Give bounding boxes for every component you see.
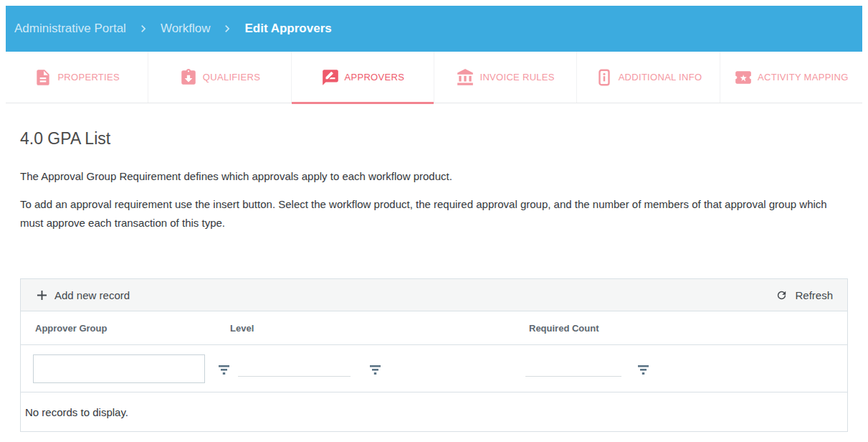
filter-input-approver-group[interactable] [33,354,205,383]
rate-review-icon [321,68,340,87]
grid-toolbar: Add new record Refresh [21,279,847,311]
refresh-button[interactable]: Refresh [776,289,833,301]
column-header-level[interactable]: Level [216,323,515,334]
column-header-approver-group[interactable]: Approver Group [21,323,216,334]
breadcrumb-item-administrative-portal[interactable]: Administrative Portal [14,22,126,36]
chevron-right-icon [220,22,234,36]
empty-state-message: No records to display. [21,392,847,431]
tab-qualifiers[interactable]: QUALIFIERS [148,52,290,103]
ticket-star-icon [734,68,753,87]
tab-label: PROPERTIES [57,72,120,83]
tab-strip: PROPERTIES QUALIFIERS APPROVERS INVOICE … [6,52,862,103]
filter-icon[interactable] [219,365,229,375]
add-new-record-label: Add new record [54,289,130,301]
breadcrumb-current-edit-approvers: Edit Approvers [244,22,331,36]
filter-input-required-count[interactable] [525,354,621,377]
app-header: Administrative Portal Workflow Edit Appr… [6,6,862,52]
page-title: 4.0 GPA List [20,129,848,149]
device-info-icon [595,68,614,87]
tab-properties[interactable]: PROPERTIES [6,52,148,103]
tab-additional-info[interactable]: ADDITIONAL INFO [576,52,719,103]
tab-label: APPROVERS [345,72,405,83]
filter-input-level[interactable] [238,354,350,377]
plus-icon [37,290,47,301]
grid-filter-row [21,345,847,392]
grid-header-row: Approver Group Level Required Count [21,311,847,345]
tab-invoice-rules[interactable]: INVOICE RULES [434,52,576,103]
filter-icon[interactable] [638,365,649,375]
bank-icon [456,68,474,87]
clipboard-download-icon [179,68,198,87]
tab-label: ADDITIONAL INFO [619,72,702,83]
description-paragraph-2: To add an approval requirement use the i… [20,195,844,232]
refresh-icon [776,289,788,301]
document-icon [34,68,52,87]
add-new-record-button[interactable]: Add new record [37,289,130,301]
description-paragraph-1: The Approval Group Requirement defines w… [20,167,848,186]
filter-icon[interactable] [370,365,381,375]
tab-label: QUALIFIERS [203,72,260,83]
column-header-required-count[interactable]: Required Count [515,323,847,334]
chevron-right-icon [136,22,151,36]
refresh-label: Refresh [795,289,833,301]
breadcrumb-item-workflow[interactable]: Workflow [161,22,211,36]
approvers-grid: Add new record Refresh Approver Group Le… [20,278,848,432]
tab-label: ACTIVITY MAPPING [758,72,849,83]
tab-approvers[interactable]: APPROVERS [291,52,434,103]
page-content: 4.0 GPA List The Approval Group Requirem… [6,129,862,432]
tab-activity-mapping[interactable]: ACTIVITY MAPPING [720,52,862,103]
tab-label: INVOICE RULES [480,72,554,83]
